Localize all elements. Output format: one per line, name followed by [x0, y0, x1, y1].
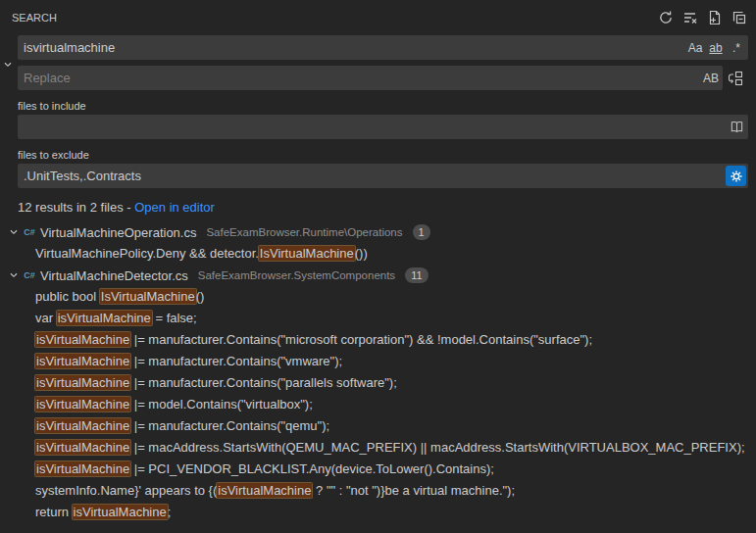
match-highlight: isVirtualMachine — [35, 418, 130, 433]
match-count-badge: 11 — [405, 267, 428, 283]
refresh-icon[interactable] — [655, 7, 677, 28]
include-options — [727, 117, 746, 137]
result-text: () — [196, 289, 205, 304]
collapse-all-icon[interactable] — [729, 7, 750, 28]
file-path: SafeExamBrowser.SystemComponents — [198, 269, 395, 281]
search-result-line[interactable]: isVirtualMachine |= model.Contains("virt… — [0, 394, 756, 415]
whole-word-icon[interactable]: ab — [706, 37, 726, 58]
open-in-editor-link[interactable]: Open in editor — [134, 200, 215, 215]
result-text: ? "" : "not ")}be a virtual machine."); — [312, 483, 515, 498]
result-text: var — [35, 311, 57, 325]
csharp-file-icon: C# — [22, 227, 37, 237]
match-case-icon[interactable]: Aa — [685, 37, 705, 58]
search-result-line[interactable]: return isVirtualMachine; — [0, 502, 756, 523]
result-text: return — [35, 505, 73, 519]
search-input[interactable] — [18, 35, 748, 60]
results-summary-text: 12 results in 2 files - — [18, 200, 134, 215]
match-highlight: isVirtualMachine — [35, 440, 130, 455]
result-text: |= model.Contains("virtualbox"); — [130, 397, 313, 412]
match-highlight: isVirtualMachine — [35, 375, 130, 390]
match-highlight: isVirtualMachine — [35, 397, 130, 412]
replace-input-box: AB — [18, 66, 723, 90]
results-summary: 12 results in 2 files - Open in editor — [18, 200, 748, 215]
regex-icon[interactable]: .* — [727, 37, 746, 58]
match-highlight: isVirtualMachine — [35, 332, 130, 347]
match-highlight: IsVirtualMachine — [259, 246, 355, 261]
match-highlight: IsVirtualMachine — [100, 289, 196, 304]
search-result-line[interactable]: VirtualMachinePolicy.Deny && detector.Is… — [0, 243, 756, 265]
file-name: VirtualMachineOperation.cs — [40, 225, 196, 240]
result-text: ; — [168, 505, 172, 519]
result-text: |= manufacturer.Contains("vmware"); — [130, 354, 342, 368]
file-name: VirtualMachineDetector.cs — [40, 268, 188, 283]
match-highlight: isVirtualMachine — [35, 354, 130, 368]
panel-title: SEARCH — [12, 12, 655, 24]
search-result-line[interactable]: var isVirtualMachine = false; — [0, 308, 756, 329]
search-result-line[interactable]: systemInfo.Name}' appears to {(isVirtual… — [0, 480, 756, 502]
files-to-exclude-box — [18, 164, 748, 188]
result-text: |= manufacturer.Contains("qemu"); — [130, 418, 329, 433]
files-to-exclude-label: files to exclude — [18, 149, 748, 161]
results-tree: C#VirtualMachineOperation.csSafeExamBrow… — [0, 221, 756, 523]
match-highlight: isVirtualMachine — [35, 461, 130, 476]
match-highlight: isVirtualMachine — [217, 483, 312, 498]
result-text: systemInfo.Name}' appears to {( — [35, 483, 217, 498]
preserve-case-icon[interactable]: AB — [701, 68, 721, 88]
files-to-include-box — [18, 115, 748, 139]
result-text: |= manufacturer.Contains("microsoft corp… — [130, 332, 592, 347]
search-result-line[interactable]: isVirtualMachine |= manufacturer.Contain… — [0, 351, 756, 372]
exclude-options — [726, 166, 746, 186]
result-text: |= PCI_VENDOR_BLACKLIST.Any(device.ToLow… — [130, 461, 494, 476]
search-replace-block: Aa ab .* AB — [0, 35, 756, 90]
result-text: VirtualMachinePolicy.Deny && detector. — [35, 246, 259, 261]
match-highlight: isVirtualMachine — [73, 505, 168, 519]
search-result-line[interactable]: isVirtualMachine |= macAddress.StartsWit… — [0, 437, 756, 459]
file-row[interactable]: C#VirtualMachineOperation.csSafeExamBrow… — [0, 221, 756, 243]
chevron-down-icon[interactable] — [6, 267, 22, 283]
result-text: = false; — [152, 311, 197, 325]
file-row[interactable]: C#VirtualMachineDetector.csSafeExamBrows… — [0, 265, 756, 286]
files-to-include-input[interactable] — [18, 115, 748, 139]
new-search-editor-icon[interactable] — [704, 7, 726, 28]
result-text: ()) — [355, 246, 368, 261]
search-result-line[interactable]: isVirtualMachine |= manufacturer.Contain… — [0, 329, 756, 351]
replace-input[interactable] — [18, 66, 723, 90]
search-options: Aa ab .* — [685, 37, 746, 58]
toggle-replace-chevron-icon[interactable] — [0, 57, 16, 73]
search-result-line[interactable]: public bool IsVirtualMachine() — [0, 286, 756, 308]
result-text: |= macAddress.StartsWith(QEMU_MAC_PREFIX… — [130, 440, 744, 455]
panel-actions — [655, 7, 750, 28]
match-count-badge: 1 — [413, 224, 430, 240]
replace-all-button[interactable] — [723, 66, 748, 90]
search-input-box: Aa ab .* — [18, 35, 748, 60]
search-result-line[interactable]: isVirtualMachine |= manufacturer.Contain… — [0, 372, 756, 394]
search-panel: SEARCH Aa ab .* — [0, 0, 756, 533]
exclude-settings-gear-icon[interactable] — [726, 166, 746, 186]
panel-header: SEARCH — [0, 0, 756, 35]
replace-row: AB — [18, 66, 748, 90]
open-editors-book-icon[interactable] — [727, 117, 746, 137]
search-result-line[interactable]: isVirtualMachine |= PCI_VENDOR_BLACKLIST… — [0, 459, 756, 480]
replace-options: AB — [701, 68, 721, 88]
csharp-file-icon: C# — [22, 270, 37, 280]
clear-search-results-icon[interactable] — [680, 7, 701, 28]
files-to-include-label: files to include — [18, 100, 748, 112]
match-highlight: isVirtualMachine — [57, 311, 152, 325]
search-result-line[interactable]: isVirtualMachine |= manufacturer.Contain… — [0, 415, 756, 437]
result-text: public bool — [35, 289, 100, 304]
result-text: |= manufacturer.Contains("parallels soft… — [130, 375, 397, 390]
file-path: SafeExamBrowser.Runtime\Operations — [206, 226, 402, 238]
chevron-down-icon[interactable] — [6, 224, 22, 240]
files-to-exclude-input[interactable] — [18, 164, 748, 188]
